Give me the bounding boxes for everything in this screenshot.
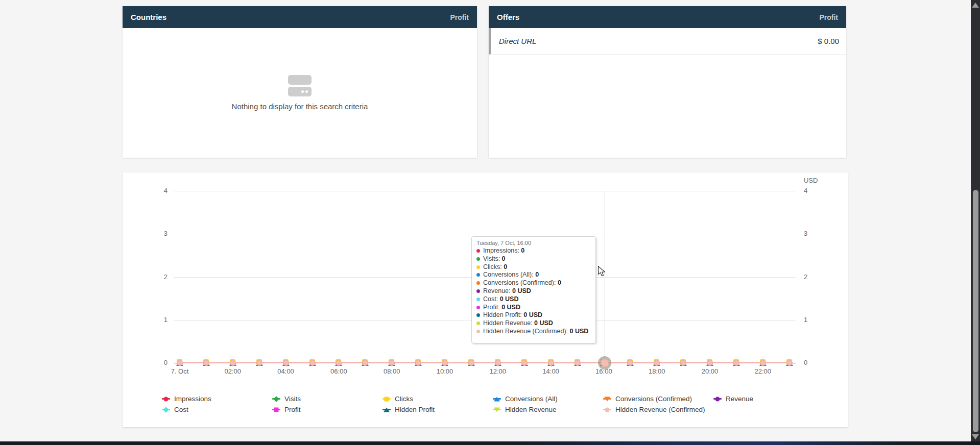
y-axis-label-left: 0 <box>147 359 168 366</box>
data-point-marker[interactable] <box>680 359 687 366</box>
y-axis-label-left: 3 <box>147 230 168 237</box>
data-point-marker[interactable] <box>653 359 660 366</box>
data-point-marker[interactable] <box>362 359 369 366</box>
x-axis-label: 14:00 <box>530 367 572 375</box>
data-point-marker[interactable] <box>229 359 236 366</box>
data-point-marker[interactable] <box>733 359 740 366</box>
scroll-up-arrow-icon[interactable] <box>972 3 979 8</box>
series-zero-line <box>177 362 793 363</box>
x-axis-label: 12:00 <box>476 367 519 375</box>
tooltip-item: Clicks: 0 <box>476 263 591 271</box>
tooltip-item: Hidden Profit: 0 USD <box>476 311 591 319</box>
data-point-marker[interactable] <box>176 359 183 366</box>
mouse-cursor <box>597 266 608 279</box>
data-point-marker[interactable] <box>786 359 793 366</box>
tooltip-item: Conversions (Confirmed): 0 <box>476 279 591 287</box>
countries-panel-title: Countries <box>131 13 166 21</box>
tooltip-series-dot <box>476 330 480 333</box>
diamond-marker-icon <box>162 406 170 413</box>
legend-item-revenue[interactable]: Revenue <box>713 393 824 404</box>
tooltip-item: Profit: 0 USD <box>476 304 591 312</box>
y-axis-label-left: 1 <box>147 316 168 324</box>
square-marker-icon <box>272 406 280 413</box>
tooltip-series-dot <box>476 289 480 293</box>
y-axis-label-right: 0 <box>804 359 824 366</box>
offers-panel: Offers Profit Direct URL $ 0.00 <box>489 6 846 158</box>
data-point-marker[interactable] <box>388 359 395 366</box>
x-axis-label: 20:00 <box>688 367 731 375</box>
circle-marker-icon <box>713 395 722 403</box>
countries-empty-state: Nothing to display for this search crite… <box>123 28 477 158</box>
data-point-marker[interactable] <box>282 359 290 366</box>
chart-legend: ImpressionsVisitsClicksConversions (All)… <box>162 393 824 415</box>
data-point-marker[interactable] <box>468 359 475 366</box>
y-axis-label-right: 1 <box>804 316 824 324</box>
data-point-marker[interactable] <box>494 359 501 366</box>
data-point-marker[interactable] <box>627 359 634 366</box>
offers-panel-header: Offers Profit <box>489 6 846 28</box>
data-point-marker[interactable] <box>521 359 528 366</box>
data-point-marker[interactable] <box>203 359 210 366</box>
gridline <box>174 191 796 191</box>
circle-marker-icon <box>603 406 611 413</box>
x-axis-label: 18:00 <box>635 367 678 375</box>
gridline <box>174 234 796 234</box>
legend-label: Revenue <box>726 395 753 403</box>
triangle-down-marker-icon <box>493 406 501 413</box>
diamond-marker-icon <box>272 395 280 403</box>
legend-item-hidden-profit[interactable]: Hidden Profit <box>383 404 493 415</box>
countries-profit-column-label: Profit <box>450 13 469 21</box>
data-point-marker[interactable] <box>759 359 767 366</box>
tooltip-series-dot <box>476 249 480 253</box>
offer-profit-value: $ 0.00 <box>818 37 839 45</box>
tooltip-series-dot <box>476 265 480 269</box>
data-point-marker[interactable] <box>547 359 555 366</box>
scroll-down-arrow-icon[interactable] <box>972 434 979 439</box>
y-axis-label-right: 3 <box>804 230 824 237</box>
legend-label: Visits <box>284 395 301 403</box>
legend-item-profit[interactable]: Profit <box>272 404 383 415</box>
legend-item-conversions-confirmed[interactable]: Conversions (Confirmed) <box>603 393 713 404</box>
tooltip-item: Hidden Revenue: 0 USD <box>476 319 591 328</box>
legend-item-hidden-revenue-confirmed[interactable]: Hidden Revenue (Confirmed) <box>603 404 713 415</box>
tooltip-item: Cost: 0 USD <box>476 295 591 304</box>
x-axis-label: 08:00 <box>370 367 413 375</box>
y-axis-label-right: 2 <box>804 273 824 281</box>
tooltip-series-dot <box>476 298 480 301</box>
tooltip-item: Visits: 0 <box>476 255 591 263</box>
legend-item-clicks[interactable]: Clicks <box>383 393 493 404</box>
y-axis-unit-label: USD <box>804 177 818 184</box>
hovered-data-point[interactable] <box>601 359 609 367</box>
vertical-scrollbar[interactable] <box>971 0 980 442</box>
data-point-marker[interactable] <box>415 359 422 366</box>
legend-label: Cost <box>174 406 188 413</box>
offers-panel-title: Offers <box>497 13 519 21</box>
data-point-marker[interactable] <box>256 359 263 366</box>
data-point-marker[interactable] <box>335 359 342 366</box>
square-marker-icon <box>383 395 391 403</box>
legend-label: Conversions (All) <box>505 395 558 403</box>
legend-label: Conversions (Confirmed) <box>615 395 692 403</box>
data-point-marker[interactable] <box>309 359 316 366</box>
legend-item-impressions[interactable]: Impressions <box>162 393 272 404</box>
legend-item-hidden-revenue[interactable]: Hidden Revenue <box>493 404 603 415</box>
tooltip-series-dot <box>476 281 480 285</box>
data-point-marker[interactable] <box>441 359 448 366</box>
legend-item-conversions-all[interactable]: Conversions (All) <box>493 393 603 404</box>
tooltip-series-dot <box>476 322 480 325</box>
legend-item-visits[interactable]: Visits <box>272 393 383 404</box>
legend-item-cost[interactable]: Cost <box>162 404 272 415</box>
tooltip-item: Conversions (All): 0 <box>476 271 591 279</box>
database-icon <box>288 75 312 96</box>
offer-row-direct-url[interactable]: Direct URL $ 0.00 <box>489 28 846 55</box>
tooltip-item: Hidden Revenue (Confirmed): 0 USD <box>476 328 591 336</box>
legend-label: Profit <box>284 406 301 413</box>
data-point-marker[interactable] <box>574 359 581 366</box>
scrollbar-thumb[interactable] <box>973 190 978 432</box>
legend-label: Impressions <box>174 395 211 403</box>
data-point-marker[interactable] <box>706 359 713 366</box>
x-axis-label: 02:00 <box>211 367 254 375</box>
chart-tooltip: Tuesday, 7 Oct, 16:00 Impressions: 0Visi… <box>471 236 596 343</box>
x-axis-label: 04:00 <box>265 367 307 375</box>
x-axis-label: 10:00 <box>423 367 466 375</box>
